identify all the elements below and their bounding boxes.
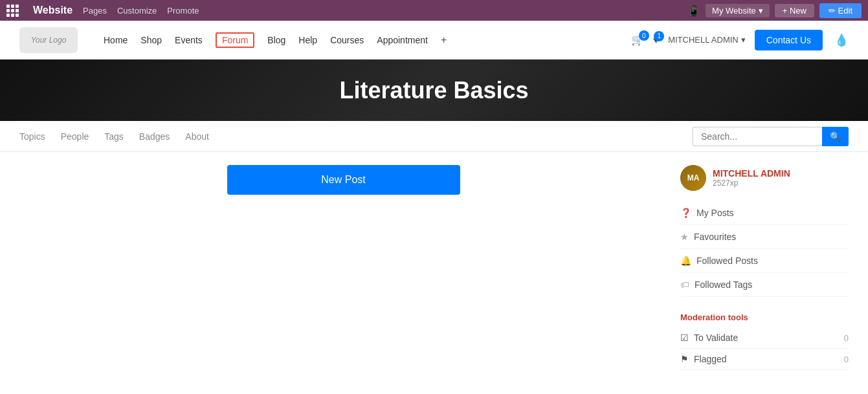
sidebar-followed-posts[interactable]: 🔔 Followed Posts [680, 249, 849, 273]
nav-courses[interactable]: Courses [330, 35, 364, 45]
hero-title: Literature Basics [339, 77, 528, 104]
favourites-label: Favourites [694, 232, 736, 242]
wishlist-button[interactable]: ♥ 1 [653, 34, 660, 46]
mod-to-validate[interactable]: ☑ To Validate 0 [680, 327, 849, 349]
edit-button[interactable]: ✏ Edit [819, 3, 862, 18]
mobile-icon: 📱 [687, 5, 700, 17]
main-content: New Post MA MITCHELL ADMIN 2527xp ❓ My P… [0, 152, 868, 383]
sidebar-xp: 2527xp [713, 179, 790, 188]
nav-forum[interactable]: Forum [216, 32, 254, 48]
grid-icon[interactable] [6, 5, 19, 17]
admin-bar: Website Pages Customize Promote 📱 My Web… [0, 0, 868, 21]
cart-button[interactable]: 🛒 0 [631, 34, 644, 46]
sub-nav-links: Topics People Tags Badges About [19, 131, 209, 142]
nav-right: 🛒 0 ♥ 1 MITCHELL ADMIN ▾ Contact Us 💧 [631, 30, 849, 50]
new-button[interactable]: + New [775, 4, 814, 17]
wishlist-badge: 1 [654, 31, 664, 41]
sub-nav-people[interactable]: People [61, 131, 89, 142]
nav-add-icon[interactable]: + [441, 34, 447, 46]
contact-us-button[interactable]: Contact Us [755, 30, 823, 50]
nav-help[interactable]: Help [298, 35, 317, 45]
bell-icon: 🔔 [680, 256, 691, 266]
admin-customize-link[interactable]: Customize [117, 6, 157, 16]
sidebar-my-posts[interactable]: ❓ My Posts [680, 201, 849, 225]
validate-label: To Validate [694, 333, 738, 343]
flagged-label: Flagged [694, 354, 727, 364]
tag-icon: 🏷 [680, 279, 689, 290]
moderation-title: Moderation tools [680, 307, 849, 322]
flagged-count: 0 [844, 355, 849, 364]
mod-flagged[interactable]: ⚑ Flagged 0 [680, 349, 849, 370]
new-post-button[interactable]: New Post [227, 165, 460, 195]
sidebar-user: MA MITCHELL ADMIN 2527xp [680, 165, 849, 191]
user-menu-button[interactable]: MITCHELL ADMIN ▾ [668, 35, 746, 45]
avatar: MA [680, 165, 706, 191]
logo-image [19, 27, 78, 53]
user-info: MITCHELL ADMIN 2527xp [713, 168, 790, 188]
admin-brand: Website [33, 5, 72, 16]
sub-nav-about[interactable]: About [185, 131, 209, 142]
flagged-icon: ⚑ [680, 354, 689, 364]
main-navbar: Home Shop Events Forum Blog Help Courses… [0, 21, 868, 60]
my-posts-label: My Posts [696, 208, 734, 218]
question-icon: ❓ [680, 208, 691, 218]
cart-badge: 0 [639, 30, 649, 41]
star-icon: ★ [680, 232, 689, 242]
logo[interactable] [19, 27, 78, 53]
right-sidebar: MA MITCHELL ADMIN 2527xp ❓ My Posts ★ Fa… [680, 165, 849, 370]
followed-tags-label: Followed Tags [695, 279, 752, 290]
new-post-wrap: New Post [19, 165, 667, 195]
nav-appointment[interactable]: Appointment [377, 35, 428, 45]
search-input[interactable] [693, 127, 822, 146]
validate-count: 0 [844, 333, 849, 343]
search-button[interactable]: 🔍 [822, 127, 849, 146]
hero-banner: Literature Basics [0, 60, 868, 121]
sub-nav-tags[interactable]: Tags [104, 131, 124, 142]
nav-shop[interactable]: Shop [140, 35, 162, 45]
admin-pages-link[interactable]: Pages [83, 6, 107, 16]
search-area: 🔍 [693, 127, 849, 146]
validate-icon: ☑ [680, 333, 689, 343]
admin-promote-link[interactable]: Promote [167, 6, 199, 16]
nav-links: Home Shop Events Forum Blog Help Courses… [104, 32, 618, 48]
left-area: New Post [19, 165, 667, 370]
sidebar-username: MITCHELL ADMIN [713, 168, 790, 179]
sub-nav-badges[interactable]: Badges [139, 131, 170, 142]
avatar-image: MA [680, 165, 706, 191]
sidebar-followed-tags[interactable]: 🏷 Followed Tags [680, 273, 849, 297]
followed-posts-label: Followed Posts [696, 256, 758, 266]
drop-icon: 💧 [834, 33, 849, 47]
my-website-button[interactable]: My Website ▾ [706, 4, 770, 17]
sidebar-menu: ❓ My Posts ★ Favourites 🔔 Followed Posts… [680, 201, 849, 297]
nav-home[interactable]: Home [104, 35, 128, 45]
sub-nav-topics[interactable]: Topics [19, 131, 45, 142]
nav-events[interactable]: Events [175, 35, 203, 45]
nav-blog[interactable]: Blog [267, 35, 285, 45]
sidebar-favourites[interactable]: ★ Favourites [680, 225, 849, 249]
sub-nav: Topics People Tags Badges About 🔍 [0, 121, 868, 152]
